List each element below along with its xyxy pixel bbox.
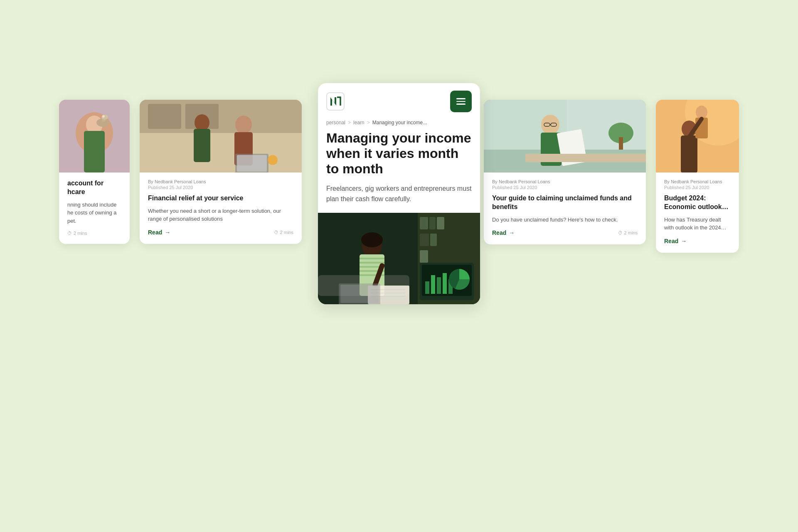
card-left-near-title: Financial relief at your service (148, 194, 293, 203)
woman-working-illustration (318, 213, 480, 304)
main-card-header (318, 83, 480, 120)
card-right-near-body: By Nedbank Personal Loans Published 25 J… (484, 172, 646, 244)
svg-rect-72 (340, 285, 379, 303)
svg-rect-61 (360, 258, 384, 259)
page-background: account for hcare nning should include h… (0, 0, 798, 532)
clock-icon: ⏱ (618, 230, 623, 235)
breadcrumb-sep-1: > (348, 120, 351, 126)
main-article-excerpt: Freelancers, gig workers and entrepreneu… (326, 184, 472, 204)
card-left-near-body: By Nedbank Personal Loans Published 25 J… (140, 172, 302, 244)
woman-cat-illustration (59, 100, 130, 172)
svg-rect-18 (237, 155, 267, 172)
read-label: Read (492, 229, 506, 236)
svg-point-59 (361, 232, 383, 247)
card-left-far-footer: ⏱ 2 mins (67, 231, 121, 236)
svg-rect-46 (420, 234, 429, 246)
svg-rect-32 (525, 154, 646, 162)
svg-rect-51 (425, 281, 429, 294)
card-left-near-author: By Nedbank Personal Loans (148, 179, 293, 184)
card-right-far-body: By Nedbank Personal Loans Published 25 J… (656, 172, 739, 253)
arrow-right-icon: → (681, 238, 687, 244)
card-left-near: By Nedbank Personal Loans Published 25 J… (140, 100, 302, 244)
svg-rect-54 (443, 273, 447, 294)
arrow-right-icon: → (509, 229, 515, 236)
svg-rect-14 (194, 129, 210, 162)
parent-child-illustration (656, 100, 739, 172)
main-card-content: Managing your income when it varies mont… (318, 131, 480, 213)
hamburger-button[interactable] (450, 91, 472, 112)
card-right-far-footer: Read → (664, 238, 731, 244)
breadcrumb: personal > learn > Managing your income.… (318, 120, 480, 131)
card-right-far-title: Budget 2024: Economic outlook and implic… (664, 194, 731, 212)
card-left-far-body: account for hcare nning should include h… (59, 172, 130, 244)
card-left-far-image (59, 100, 130, 172)
card-left-far-title: account for hcare (67, 179, 121, 197)
man-papers-illustration (484, 100, 646, 172)
svg-point-15 (235, 116, 252, 134)
svg-point-6 (101, 115, 108, 120)
svg-rect-11 (148, 104, 181, 129)
hamburger-line-2 (456, 101, 466, 102)
card-right-far-author: By Nedbank Personal Loans (664, 179, 731, 184)
svg-rect-24 (619, 137, 623, 150)
card-left-near-footer: Read → ⏱ 2 mins (148, 229, 293, 236)
card-right-far: By Nedbank Personal Loans Published 25 J… (656, 100, 739, 253)
hamburger-line-3 (456, 103, 466, 105)
svg-rect-47 (430, 234, 437, 246)
svg-rect-45 (437, 217, 444, 229)
card-right-far-read-link[interactable]: Read → (664, 238, 687, 244)
card-right-near: By Nedbank Personal Loans Published 25 J… (484, 100, 646, 244)
breadcrumb-current: Managing your income... (372, 120, 427, 126)
svg-rect-3 (84, 131, 105, 172)
nedbank-logo-svg (328, 94, 343, 109)
card-left-far: account for hcare nning should include h… (59, 100, 130, 244)
nedbank-logo (326, 92, 345, 111)
card-left-near-read-link[interactable]: Read → (148, 229, 170, 236)
card-left-near-published: Published 25 Jul 2020 (148, 185, 293, 190)
breadcrumb-learn[interactable]: learn (353, 120, 365, 126)
arrow-right-icon: → (165, 229, 170, 236)
card-right-far-excerpt: How has Treasury dealt with outlook in t… (664, 216, 731, 232)
svg-rect-52 (431, 275, 435, 294)
card-right-near-published: Published 25 Jul 2020 (492, 185, 638, 190)
card-left-near-time: ⏱ 2 mins (274, 230, 293, 235)
card-right-near-read-link[interactable]: Read → (492, 229, 515, 236)
card-left-near-excerpt: Whether you need a short or a longer-ter… (148, 207, 293, 223)
svg-point-13 (195, 114, 209, 131)
svg-rect-36 (681, 135, 697, 172)
card-right-far-image (656, 100, 739, 172)
svg-rect-62 (360, 262, 384, 264)
clock-icon: ⏱ (274, 230, 278, 235)
hamburger-line-1 (456, 98, 466, 99)
card-right-near-excerpt: Do you have unclaimed funds? Here's how … (492, 216, 638, 224)
read-label: Read (664, 238, 678, 244)
svg-rect-53 (437, 277, 441, 294)
card-right-near-title: Your guide to claiming unclaimed funds a… (492, 194, 638, 212)
card-right-near-image (484, 100, 646, 172)
main-article-title: Managing your income when it varies mont… (326, 131, 472, 176)
svg-rect-44 (429, 217, 436, 229)
card-left-far-time: ⏱ 2 mins (67, 231, 87, 236)
card-right-far-published: Published 25 Jul 2020 (664, 185, 731, 190)
card-right-near-author: By Nedbank Personal Loans (492, 179, 638, 184)
couple-kitchen-illustration (140, 100, 302, 172)
card-right-near-footer: Read → ⏱ 2 mins (492, 229, 638, 236)
svg-point-19 (268, 155, 278, 165)
svg-rect-48 (420, 250, 428, 263)
clock-icon: ⏱ (67, 231, 72, 236)
breadcrumb-sep-2: > (367, 120, 370, 126)
card-left-near-image (140, 100, 302, 172)
main-card-bottom-image (318, 213, 480, 304)
card-right-near-time: ⏱ 2 mins (618, 230, 638, 235)
svg-point-7 (102, 115, 105, 118)
card-left-far-excerpt: nning should include he costs of owning … (67, 201, 121, 225)
svg-rect-43 (420, 217, 428, 229)
read-label: Read (148, 229, 162, 236)
breadcrumb-personal[interactable]: personal (326, 120, 345, 126)
main-article-card: personal > learn > Managing your income.… (318, 83, 480, 304)
